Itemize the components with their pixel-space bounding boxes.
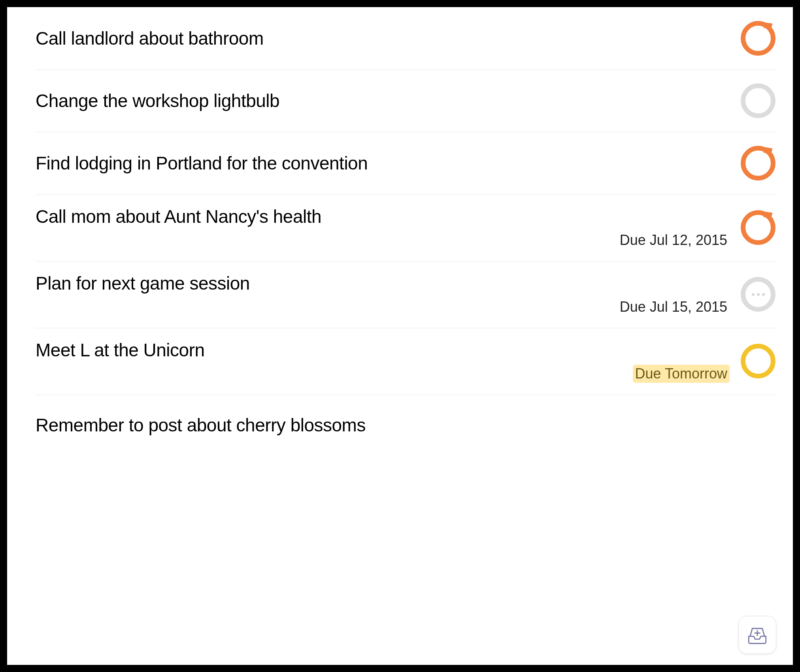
task-row[interactable]: Call mom about Aunt Nancy's health Due J… [7, 194, 793, 261]
task-row[interactable]: Remember to post about cherry blossoms [7, 395, 793, 452]
task-due-line: Due Jul 12, 2015 [36, 231, 730, 249]
task-text-block: Change the workshop lightbulb [36, 90, 739, 111]
task-list: Call landlord about bathroom Change the … [7, 7, 793, 452]
task-status[interactable] [739, 144, 777, 182]
task-title: Find lodging in Portland for the convent… [36, 153, 730, 174]
task-due-line: Due Tomorrow [36, 365, 730, 383]
task-status[interactable] [739, 275, 777, 313]
task-status[interactable] [739, 19, 777, 57]
task-due: Due Jul 15, 2015 [617, 298, 730, 316]
flag-icon [763, 23, 772, 29]
task-text-block: Meet L at the Unicorn Due Tomorrow [36, 340, 739, 383]
task-row[interactable]: Meet L at the Unicorn Due Tomorrow [7, 328, 793, 395]
task-status-placeholder [739, 407, 777, 444]
task-status[interactable] [739, 342, 777, 380]
task-status[interactable] [739, 82, 777, 120]
task-row[interactable]: Find lodging in Portland for the convent… [7, 132, 793, 194]
empty-circle-icon[interactable] [741, 83, 775, 118]
task-list-screen: Call landlord about bathroom Change the … [0, 0, 800, 672]
task-title: Meet L at the Unicorn [36, 340, 730, 361]
task-row[interactable]: Call landlord about bathroom [7, 7, 793, 70]
task-row[interactable]: Plan for next game session Due Jul 15, 2… [7, 261, 793, 328]
inbox-plus-icon [746, 623, 769, 646]
task-title: Remember to post about cherry blossoms [36, 415, 730, 436]
task-text-block: Find lodging in Portland for the convent… [36, 153, 739, 174]
flag-icon [763, 147, 772, 154]
flag-circle-icon[interactable] [741, 146, 775, 181]
ellipsis-icon [745, 282, 771, 307]
task-title: Change the workshop lightbulb [36, 90, 730, 111]
task-row[interactable]: Change the workshop lightbulb [7, 70, 793, 132]
flag-icon [763, 212, 772, 218]
task-title: Call landlord about bathroom [36, 28, 730, 49]
task-due: Due Jul 12, 2015 [617, 231, 730, 249]
task-text-block: Call landlord about bathroom [36, 28, 739, 49]
add-to-inbox-button[interactable] [738, 616, 776, 654]
task-due: Due Tomorrow [633, 365, 730, 383]
repeat-circle-icon[interactable] [741, 277, 775, 312]
task-status[interactable] [739, 209, 777, 247]
task-title: Plan for next game session [36, 273, 730, 294]
task-due-line: Due Jul 15, 2015 [36, 298, 730, 316]
due-circle-icon[interactable] [741, 344, 775, 378]
flag-circle-icon[interactable] [741, 210, 775, 245]
task-title: Call mom about Aunt Nancy's health [36, 206, 730, 227]
task-text-block: Plan for next game session Due Jul 15, 2… [36, 273, 739, 316]
task-text-block: Remember to post about cherry blossoms [36, 415, 739, 436]
flag-circle-icon[interactable] [741, 21, 775, 56]
task-text-block: Call mom about Aunt Nancy's health Due J… [36, 206, 739, 249]
